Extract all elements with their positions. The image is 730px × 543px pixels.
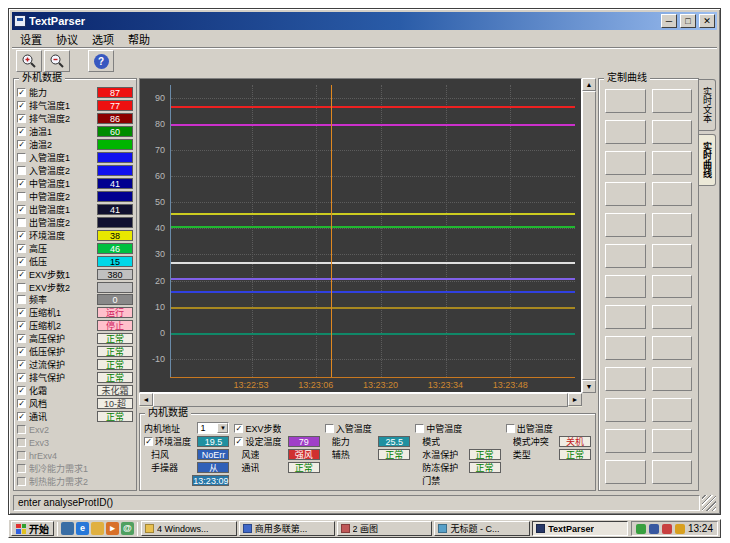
antivirus-icon[interactable]	[636, 524, 646, 534]
item-checkbox[interactable]	[17, 438, 26, 447]
curve-slot-button[interactable]	[652, 336, 693, 360]
item-checkbox[interactable]: ✓	[17, 231, 26, 240]
curve-slot-button[interactable]	[605, 244, 646, 268]
item-checkbox[interactable]: ✓	[17, 308, 26, 317]
item-checkbox[interactable]	[17, 451, 26, 460]
menu-item[interactable]: 选项	[85, 30, 121, 48]
side-tab[interactable]: 实时曲线	[699, 134, 716, 186]
scroll-right-icon[interactable]: ►	[568, 393, 582, 406]
scroll-down-icon[interactable]: ▼	[582, 380, 596, 393]
title-bar[interactable]: TextParser ─ □ ✕	[12, 12, 717, 30]
help-button[interactable]: ?	[88, 50, 114, 72]
item-checkbox[interactable]: ✓	[17, 373, 26, 382]
curve-slot-button[interactable]	[605, 429, 646, 453]
taskbar-task-button[interactable]: 商用多联第...	[239, 521, 335, 536]
resize-grip[interactable]	[702, 495, 716, 511]
item-checkbox[interactable]: ✓	[17, 360, 26, 369]
chart-canvas[interactable]: 9080706050403020100-10 13:22:5313:23:061…	[139, 78, 582, 393]
maximize-button[interactable]: □	[680, 14, 696, 28]
curve-slot-button[interactable]	[605, 367, 646, 391]
item-checkbox[interactable]	[17, 464, 26, 473]
curve-slot-button[interactable]	[605, 460, 646, 484]
chart-cursor[interactable]	[331, 85, 332, 377]
item-checkbox[interactable]: ✓	[17, 270, 26, 279]
curve-slot-button[interactable]	[605, 120, 646, 144]
item-checkbox[interactable]	[17, 477, 26, 486]
item-checkbox[interactable]	[506, 424, 515, 433]
item-checkbox[interactable]: ✓	[17, 114, 26, 123]
curve-slot-button[interactable]	[652, 89, 693, 113]
taskbar-task-button[interactable]: 无标题 - C...	[434, 521, 530, 536]
scroll-up-icon[interactable]: ▲	[582, 78, 596, 91]
item-checkbox[interactable]: ✓	[17, 412, 26, 421]
curve-slot-button[interactable]	[652, 151, 693, 175]
curve-slot-button[interactable]	[652, 120, 693, 144]
folder-icon[interactable]	[91, 522, 104, 535]
internet-explorer-icon[interactable]: e	[76, 522, 89, 535]
item-checkbox[interactable]	[17, 192, 26, 201]
chart-horizontal-scrollbar[interactable]: ◄ ►	[139, 393, 582, 407]
curve-slot-button[interactable]	[605, 336, 646, 360]
item-checkbox[interactable]	[17, 166, 26, 175]
item-checkbox[interactable]: ✓	[234, 424, 243, 433]
zoom-in-button[interactable]	[16, 50, 42, 72]
item-checkbox[interactable]: ✓	[17, 399, 26, 408]
outlook-icon[interactable]: @	[121, 522, 134, 535]
item-checkbox[interactable]: ✓	[17, 244, 26, 253]
item-checkbox[interactable]: ✓	[144, 437, 153, 446]
item-checkbox[interactable]: ✓	[17, 386, 26, 395]
curve-slot-button[interactable]	[652, 305, 693, 329]
scroll-left-icon[interactable]: ◄	[139, 393, 153, 406]
menu-item[interactable]: 设置	[13, 30, 49, 48]
item-checkbox[interactable]	[17, 425, 26, 434]
item-checkbox[interactable]	[17, 153, 26, 162]
curve-slot-button[interactable]	[605, 305, 646, 329]
update-icon[interactable]	[675, 524, 685, 534]
curve-slot-button[interactable]	[605, 151, 646, 175]
item-checkbox[interactable]: ✓	[17, 257, 26, 266]
volume-icon[interactable]	[649, 524, 659, 534]
curve-slot-button[interactable]	[652, 182, 693, 206]
start-button[interactable]: 开始	[11, 521, 54, 536]
item-checkbox[interactable]	[17, 283, 26, 292]
item-checkbox[interactable]: ✓	[17, 101, 26, 110]
curve-slot-button[interactable]	[652, 398, 693, 422]
item-checkbox[interactable]	[415, 424, 424, 433]
taskbar-task-button[interactable]: TextParser	[532, 521, 628, 536]
menu-item[interactable]: 协议	[49, 30, 85, 48]
curve-slot-button[interactable]	[652, 213, 693, 237]
curve-slot-button[interactable]	[605, 275, 646, 299]
item-checkbox[interactable]	[325, 424, 334, 433]
vertical-scrollbar-thumb[interactable]	[582, 91, 596, 380]
item-checkbox[interactable]: ✓	[17, 179, 26, 188]
show-desktop-icon[interactable]	[61, 522, 74, 535]
item-checkbox[interactable]: ✓	[234, 437, 243, 446]
chart-plot[interactable]	[170, 85, 575, 377]
network-icon[interactable]	[662, 524, 672, 534]
item-checkbox[interactable]: ✓	[17, 140, 26, 149]
item-checkbox[interactable]: ✓	[17, 321, 26, 330]
curve-slot-button[interactable]	[652, 460, 693, 484]
dropdown-arrow-icon[interactable]: ▼	[217, 423, 228, 433]
curve-slot-button[interactable]	[605, 398, 646, 422]
curve-slot-button[interactable]	[652, 429, 693, 453]
curve-slot-button[interactable]	[652, 275, 693, 299]
horizontal-scrollbar-thumb[interactable]	[153, 393, 568, 407]
curve-slot-button[interactable]	[605, 182, 646, 206]
item-checkbox[interactable]: ✓	[17, 334, 26, 343]
curve-slot-button[interactable]	[605, 213, 646, 237]
item-checkbox[interactable]: ✓	[17, 347, 26, 356]
close-button[interactable]: ✕	[699, 14, 715, 28]
item-checkbox[interactable]	[17, 218, 26, 227]
taskbar-task-button[interactable]: 4 Windows...	[141, 521, 237, 536]
curve-slot-button[interactable]	[605, 89, 646, 113]
item-checkbox[interactable]: ✓	[17, 205, 26, 214]
media-player-icon[interactable]: ▸	[106, 522, 119, 535]
item-checkbox[interactable]	[17, 295, 26, 304]
address-select[interactable]: 1▼	[197, 422, 229, 434]
side-tab[interactable]: 实时文本	[699, 79, 716, 131]
minimize-button[interactable]: ─	[661, 14, 677, 28]
taskbar-task-button[interactable]: 2 画图	[337, 521, 433, 536]
zoom-out-button[interactable]	[44, 50, 70, 72]
item-checkbox[interactable]: ✓	[17, 127, 26, 136]
